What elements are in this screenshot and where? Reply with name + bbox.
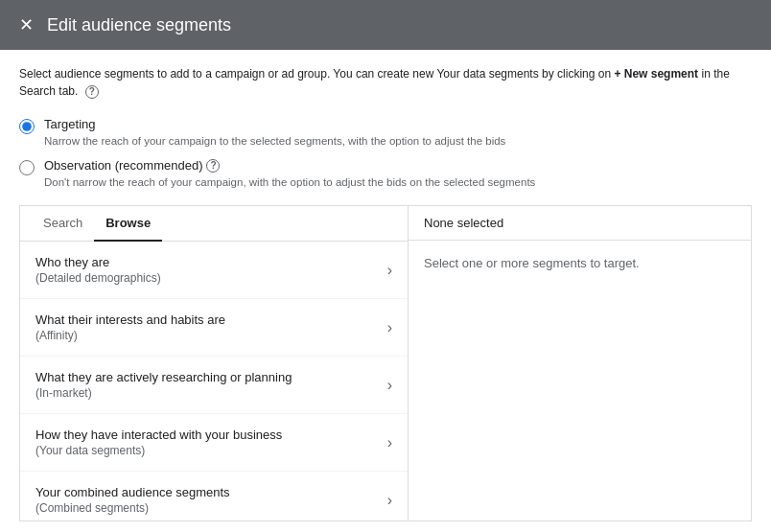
right-panel-empty-text: Select one or more segments to target. [409,241,751,286]
targeting-option: Targeting Narrow the reach of your campa… [19,117,752,149]
browse-item-demographics[interactable]: Who they are (Detailed demographics) › [20,242,408,299]
browse-item-inmarket[interactable]: What they are actively researching or pl… [20,357,408,414]
dialog-body: Select audience segments to add to a cam… [0,50,771,521]
browse-item-demographics-title: Who they are [35,255,161,269]
chevron-right-icon: › [387,492,392,509]
browse-item-yourdata-title: How they have interacted with your busin… [35,428,282,442]
tab-browse[interactable]: Browse [94,206,162,242]
browse-item-affinity-title: What their interests and habits are [35,312,225,327]
browse-item-yourdata[interactable]: How they have interacted with your busin… [20,414,408,472]
browse-list: Who they are (Detailed demographics) › W… [20,242,408,520]
browse-item-combined-subtitle: (Combined segments) [35,501,230,515]
radio-group: Targeting Narrow the reach of your campa… [19,117,752,190]
right-panel-header: None selected [409,206,751,241]
browse-item-affinity[interactable]: What their interests and habits are (Aff… [20,299,408,357]
close-icon[interactable]: ✕ [19,16,34,34]
right-panel: None selected Select one or more segment… [409,206,751,520]
observation-option-content: Observation (recommended) ? Don't narrow… [44,158,535,190]
content-area: Search Browse Who they are (Detailed dem… [19,205,752,521]
chevron-right-icon: › [387,434,392,451]
observation-option: Observation (recommended) ? Don't narrow… [19,158,752,190]
browse-item-inmarket-subtitle: (In-market) [35,386,292,400]
observation-help-icon[interactable]: ? [206,159,220,173]
observation-label[interactable]: Observation (recommended) ? [44,158,535,173]
left-panel: Search Browse Who they are (Detailed dem… [20,206,409,520]
observation-description: Don't narrow the reach of your campaign,… [44,174,535,190]
tabs: Search Browse [20,206,408,242]
description-help-icon[interactable]: ? [85,85,99,99]
chevron-right-icon: › [387,319,392,336]
tab-search[interactable]: Search [32,206,94,242]
browse-item-inmarket-title: What they are actively researching or pl… [35,370,292,384]
observation-radio[interactable] [19,160,35,175]
chevron-right-icon: › [387,262,392,279]
description-text: Select audience segments to add to a cam… [19,65,752,100]
targeting-description: Narrow the reach of your campaign to the… [44,133,505,149]
browse-item-demographics-subtitle: (Detailed demographics) [35,271,161,285]
browse-item-affinity-subtitle: (Affinity) [35,329,225,342]
description-before: Select audience segments to add to a cam… [19,67,611,81]
dialog-header: ✕ Edit audience segments [0,0,771,50]
dialog-title: Edit audience segments [47,15,231,35]
targeting-radio[interactable] [19,119,35,134]
chevron-right-icon: › [387,377,392,394]
browse-item-combined-title: Your combined audience segments [35,485,230,499]
browse-item-yourdata-subtitle: (Your data segments) [35,444,282,457]
browse-item-combined[interactable]: Your combined audience segments (Combine… [20,472,408,520]
targeting-label[interactable]: Targeting [44,117,505,131]
new-segment-label: + New segment [614,67,698,81]
targeting-option-content: Targeting Narrow the reach of your campa… [44,117,505,149]
